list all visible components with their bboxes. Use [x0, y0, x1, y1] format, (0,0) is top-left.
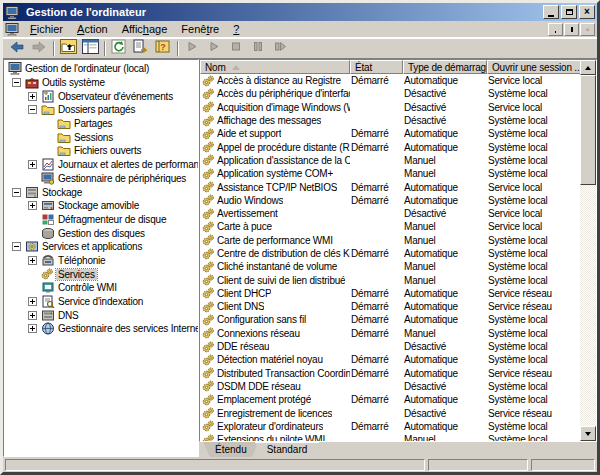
service-row[interactable]: Configuration sans filDémarréAutomatique…: [200, 313, 580, 326]
service-state: Démarré: [350, 421, 403, 432]
tree-item-observateur-d-evenements[interactable]: Observateur d'événements: [4, 89, 198, 103]
service-row[interactable]: Explorateur d'ordinateursDémarréAutomati…: [200, 420, 580, 433]
tree-item-services-et-applications[interactable]: Services et applications: [4, 240, 198, 254]
service-row[interactable]: Aide et supportDémarréAutomatiqueSystème…: [200, 127, 580, 140]
tree-item-journaux-et-alertes-de-performance[interactable]: Journaux et alertes de performance: [4, 158, 198, 172]
tree-item-stockage[interactable]: Stockage: [4, 185, 198, 199]
maximize-button[interactable]: [561, 5, 577, 19]
tree-item-fichiers-ouverts[interactable]: Fichiers ouverts: [4, 144, 198, 158]
tree-item-sessions[interactable]: Sessions: [4, 130, 198, 144]
collapse-minus-icon[interactable]: [28, 105, 37, 114]
tree-item-gestion-de-l-ordinateur-local[interactable]: Gestion de l'ordinateur (local): [4, 62, 198, 76]
child-restore-button[interactable]: [564, 23, 579, 36]
tree-item-gestionnaire-de-peripheriques[interactable]: Gestionnaire de périphériques: [4, 172, 198, 186]
collapse-minus-icon[interactable]: [12, 78, 21, 87]
console-window-icon[interactable]: [5, 23, 19, 36]
tree-item-services[interactable]: Services: [4, 267, 198, 281]
svcapps-icon: [25, 240, 40, 253]
refresh-button[interactable]: [108, 39, 130, 57]
column-header-type-de-demarrage[interactable]: Type de démarrage: [403, 60, 487, 74]
collapse-minus-icon[interactable]: [12, 188, 21, 197]
service-row[interactable]: Appel de procédure distante (RPC)Démarré…: [200, 140, 580, 153]
service-name: DSDM DDE réseau: [217, 381, 301, 392]
menu-action[interactable]: Action: [70, 22, 115, 36]
expand-plus-icon[interactable]: [28, 201, 37, 210]
up-one-level-button[interactable]: [57, 39, 79, 57]
scrollbar-thumb[interactable]: [580, 75, 596, 185]
service-row[interactable]: Application système COM+ManuelSystème lo…: [200, 167, 580, 180]
service-row[interactable]: DDE réseauDésactivéSystème local: [200, 340, 580, 353]
vertical-scrollbar[interactable]: [580, 60, 596, 441]
show-hide-console-tree-button[interactable]: [79, 39, 101, 57]
main-area: Gestion de l'ordinateur (local)Outils sy…: [3, 59, 597, 457]
service-row[interactable]: Enregistrement de licencesDésactivéServi…: [200, 406, 580, 419]
service-row[interactable]: Centre de distribution de clés Ke...Déma…: [200, 247, 580, 260]
menu-?[interactable]: ?: [226, 22, 246, 36]
tree-item-dns[interactable]: DNS: [4, 308, 198, 322]
expand-plus-icon[interactable]: [28, 160, 37, 169]
minimize-button[interactable]: [543, 5, 559, 19]
service-row[interactable]: Acquisition d'image Windows (WIA)Désacti…: [200, 101, 580, 114]
service-row[interactable]: Affichage des messagesDésactivéSystème l…: [200, 114, 580, 127]
tree-item-stockage-amovible[interactable]: Stockage amovible: [4, 199, 198, 213]
expand-plus-icon[interactable]: [28, 92, 37, 101]
service-row[interactable]: Accès à distance au RegistreDémarréAutom…: [200, 74, 580, 87]
service-row[interactable]: Cliché instantané de volumeManuelSystème…: [200, 260, 580, 273]
menu-fentre[interactable]: Fenêtre: [174, 22, 226, 36]
column-header-nom[interactable]: Nom: [200, 60, 350, 74]
service-row[interactable]: Client de suivi de lien distribuéManuelS…: [200, 273, 580, 286]
expand-plus-icon[interactable]: [28, 256, 37, 265]
column-header-ouvrir-une-session[interactable]: Ouvrir une session ...: [487, 60, 581, 74]
back-button[interactable]: [6, 39, 28, 57]
service-row[interactable]: Accès du périphérique d'interfac...Désac…: [200, 87, 580, 100]
scroll-down-button[interactable]: [580, 426, 596, 441]
child-minimize-button[interactable]: [548, 23, 563, 36]
tree-item-gestion-des-disques[interactable]: Gestion des disques: [4, 226, 198, 240]
service-row[interactable]: Client DNSDémarréAutomatiqueService rése…: [200, 300, 580, 313]
service-row[interactable]: Extensions du pilote WMIManuelSystème lo…: [200, 433, 580, 441]
tree-item-service-d-indexation[interactable]: Service d'indexation: [4, 295, 198, 309]
service-startup-type: Automatique: [403, 421, 487, 432]
tab-standard[interactable]: Standard: [255, 442, 320, 457]
export-list-button[interactable]: [130, 39, 152, 57]
service-row[interactable]: Assistance TCP/IP NetBIOSDémarréAutomati…: [200, 180, 580, 193]
tab-label: Standard: [267, 444, 308, 455]
toolbox-icon: [25, 76, 40, 89]
service-row[interactable]: Carte à puceManuelService local: [200, 220, 580, 233]
service-row[interactable]: Application d'assistance de la Co...Manu…: [200, 154, 580, 167]
service-row[interactable]: AvertissementDésactivéService local: [200, 207, 580, 220]
tree-item-label: Téléphonie: [56, 255, 107, 266]
tree-item-defragmenteur-de-disque[interactable]: Défragmenteur de disque: [4, 213, 198, 227]
service-row[interactable]: Détection matériel noyauDémarréAutomatiq…: [200, 353, 580, 366]
service-row[interactable]: Client DHCPDémarréAutomatiqueService rés…: [200, 287, 580, 300]
service-row[interactable]: Audio WindowsDémarréAutomatiqueSystème l…: [200, 194, 580, 207]
close-button[interactable]: ×: [579, 5, 595, 19]
tree-item-outils-systeme[interactable]: Outils système: [4, 76, 198, 90]
defrag-icon: [41, 213, 56, 226]
help-button[interactable]: ?: [152, 39, 174, 57]
collapse-minus-icon[interactable]: [12, 242, 21, 251]
service-logon-as: Système local: [487, 195, 580, 206]
tree-item-partages[interactable]: Partages: [4, 117, 198, 131]
tree-item-controle-wmi[interactable]: Contrôle WMI: [4, 281, 198, 295]
tree-item-gestionnaire-des-services-internet-iis[interactable]: Gestionnaire des services Internet (IIS): [4, 322, 198, 336]
service-startup-type: Automatique: [403, 368, 487, 379]
tree-item-telephonie[interactable]: Téléphonie: [4, 254, 198, 268]
scroll-up-button[interactable]: [580, 60, 596, 75]
tree-item-dossiers-partages[interactable]: Dossiers partagés: [4, 103, 198, 117]
list-header: NomÉtatType de démarrageOuvrir une sessi…: [200, 60, 596, 74]
service-row[interactable]: DSDM DDE réseauDésactivéSystème local: [200, 380, 580, 393]
service-state: Démarré: [350, 314, 403, 325]
menu-fichier[interactable]: Fichier: [23, 22, 70, 36]
column-header-etat[interactable]: État: [350, 60, 403, 74]
expand-plus-icon[interactable]: [28, 297, 37, 306]
titlebar[interactable]: Gestion de l'ordinateur ×: [3, 3, 597, 21]
expand-plus-icon[interactable]: [28, 324, 37, 333]
menu-affichage[interactable]: Affichage: [115, 22, 175, 36]
service-row[interactable]: Distributed Transaction Coordina...Démar…: [200, 367, 580, 380]
service-row[interactable]: Emplacement protégéDémarréAutomatiqueSys…: [200, 393, 580, 406]
tab-etendu[interactable]: Étendu: [203, 442, 259, 457]
service-row[interactable]: Connexions réseauDémarréManuelSystème lo…: [200, 327, 580, 340]
service-row[interactable]: Carte de performance WMIManuelSystème lo…: [200, 234, 580, 247]
expand-plus-icon[interactable]: [28, 311, 37, 320]
